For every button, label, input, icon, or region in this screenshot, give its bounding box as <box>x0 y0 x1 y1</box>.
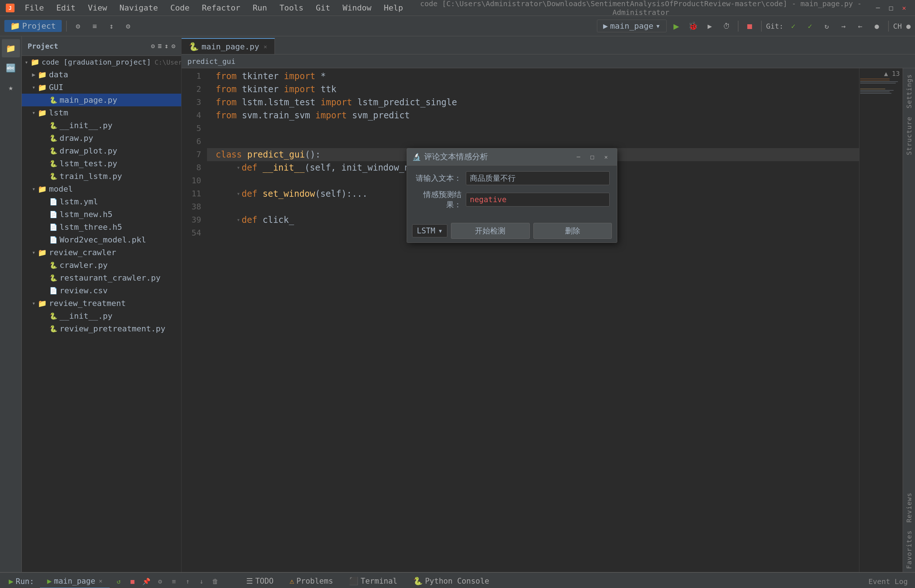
dialog-clear-btn[interactable]: 删除 <box>533 223 612 239</box>
run-btn-pin[interactable]: 📌 <box>140 575 152 588</box>
menu-window[interactable]: Window <box>337 2 377 14</box>
coverage-button[interactable]: ▶ <box>703 19 717 33</box>
right-label-structure[interactable]: Structure <box>904 114 914 158</box>
collapse-8[interactable]: ▾ <box>237 161 240 174</box>
model-dropdown-icon[interactable]: ▾ <box>438 226 443 235</box>
activity-favorites[interactable]: ★ <box>2 78 20 97</box>
git-pull[interactable]: ← <box>853 19 867 33</box>
tree-lstm-three-h5[interactable]: 📄 lstm_three.h5 <box>22 221 181 233</box>
dialog-input-field[interactable] <box>466 171 609 185</box>
bottom-tab-python[interactable]: 🐍 Python Console <box>406 575 496 588</box>
bottom-tab-terminal[interactable]: ⬛ Terminal <box>342 575 404 588</box>
run-btn-restart[interactable]: ↺ <box>113 575 125 588</box>
bottom-tab-problems[interactable]: ⚠ Problems <box>283 575 341 588</box>
panel-collapse-icon[interactable]: ≡ <box>158 42 162 50</box>
run-config-tab[interactable]: ▶ main_page ▾ <box>597 19 667 32</box>
git-check-2[interactable]: ✓ <box>803 19 817 33</box>
toolbar-btn-1[interactable]: ⚙ <box>71 19 85 33</box>
bottom-tab-run[interactable]: ▶ main_page ✕ <box>40 575 110 588</box>
panel-settings-icon[interactable]: ⚙ <box>171 42 175 50</box>
maximize-button[interactable]: □ <box>886 3 896 13</box>
tree-lstm-folder[interactable]: ▾ 📁 lstm <box>22 107 181 119</box>
tree-gui-folder[interactable]: ▾ 📁 GUI <box>22 81 181 94</box>
toolbar-btn-2[interactable]: ≡ <box>88 19 102 33</box>
tree-init2-py[interactable]: 🐍 __init__.py <box>22 310 181 322</box>
menu-help[interactable]: Help <box>378 2 409 14</box>
tree-init-py[interactable]: 🐍 __init__.py <box>22 119 181 132</box>
menu-edit[interactable]: Edit <box>50 2 81 14</box>
menu-refactor[interactable]: Refactor <box>196 2 246 14</box>
tab-main-page[interactable]: 🐍 main_page.py ✕ <box>181 38 275 54</box>
menu-view[interactable]: View <box>82 2 113 14</box>
tree-draw-py[interactable]: 🐍 draw.py <box>22 132 181 144</box>
dialog-win-btns[interactable]: ─ □ ✕ <box>572 152 612 162</box>
tree-word2vec-pkl[interactable]: 📄 Word2vec_model.pkl <box>22 233 181 246</box>
right-label-settings[interactable]: Settings <box>904 71 914 111</box>
git-refresh[interactable]: ↻ <box>820 19 834 33</box>
tree-train-lstm[interactable]: 🐍 train_lstm.py <box>22 170 181 183</box>
menu-tools[interactable]: Tools <box>274 2 309 14</box>
menu-git[interactable]: Git <box>310 2 336 14</box>
right-label-reviews[interactable]: Reviews <box>904 489 914 525</box>
tree-lstm-new-h5[interactable]: 📄 lstm_new.h5 <box>22 208 181 221</box>
tree-review-treatment-folder[interactable]: ▾ 📁 review_treatment <box>22 297 181 310</box>
eventlog-label[interactable]: Event Log <box>866 576 911 587</box>
tree-review-crawler-folder[interactable]: ▾ 📁 review_crawler <box>22 246 181 259</box>
tree-lstm-test[interactable]: 🐍 lstm_test.py <box>22 157 181 170</box>
run-btn-down[interactable]: ↓ <box>196 575 208 588</box>
git-check-1[interactable]: ✓ <box>786 19 800 33</box>
dialog-model-select[interactable]: LSTM ▾ <box>412 224 447 237</box>
run-btn-stop[interactable]: ■ <box>126 575 139 588</box>
menu-file[interactable]: File <box>19 2 50 14</box>
minimize-button[interactable]: ─ <box>873 3 883 13</box>
run-btn-up[interactable]: ↑ <box>181 575 194 588</box>
dialog-start-btn[interactable]: 开始检测 <box>451 223 529 239</box>
minimap-lines <box>860 78 902 94</box>
menu-navigate[interactable]: Navigate <box>114 2 164 14</box>
close-button[interactable]: ✕ <box>899 3 909 13</box>
menu-bar[interactable]: File Edit View Navigate Code Refactor Ru… <box>19 2 409 14</box>
menu-code[interactable]: Code <box>165 2 196 14</box>
panel-gear-icon[interactable]: ⚙ <box>151 42 155 50</box>
git-history[interactable]: ● <box>870 19 884 33</box>
code-editor[interactable]: from tkinter import * from tkinter impor… <box>207 68 859 572</box>
activity-project[interactable]: 📁 <box>2 39 20 57</box>
tree-model-folder[interactable]: ▾ 📁 model <box>22 183 181 195</box>
git-push[interactable]: → <box>837 19 850 33</box>
run-button[interactable]: ▶ <box>669 19 683 33</box>
stop-button[interactable]: ■ <box>743 19 757 33</box>
run-btn-settings[interactable]: ⚙ <box>154 575 166 588</box>
panel-header-icons[interactable]: ⚙ ≡ ↕ ⚙ <box>151 42 175 50</box>
tree-main-page[interactable]: 🐍 main_page.py <box>22 94 181 107</box>
tree-review-csv[interactable]: 📄 review.csv <box>22 284 181 297</box>
panel-scroll-icon[interactable]: ↕ <box>165 42 168 50</box>
run-btn-filter[interactable]: ≡ <box>168 575 180 588</box>
debug-button[interactable]: 🐞 <box>686 19 700 33</box>
dialog-close-btn[interactable]: ✕ <box>600 152 612 162</box>
profile-button[interactable]: ⏱ <box>719 19 734 33</box>
run-controls[interactable]: ↺ ■ 📌 ⚙ ≡ ↑ ↓ 🗑 <box>113 575 221 588</box>
collapse-11[interactable]: ▾ <box>237 187 240 200</box>
bottom-tab-todo[interactable]: ☰ TODO <box>239 575 281 588</box>
dialog-maximize-btn[interactable]: □ <box>587 152 598 162</box>
dialog-minimize-btn[interactable]: ─ <box>572 152 584 162</box>
menu-run[interactable]: Run <box>247 2 273 14</box>
toolbar-btn-4[interactable]: ⚙ <box>121 19 135 33</box>
project-tab[interactable]: 📁 Project <box>4 20 62 32</box>
window-controls[interactable]: ─ □ ✕ <box>873 3 909 13</box>
collapse-39[interactable]: ▾ <box>237 213 240 226</box>
tab-close[interactable]: ✕ <box>264 43 267 50</box>
tree-restaurant-crawler[interactable]: 🐍 restaurant_crawler.py <box>22 271 181 284</box>
run-config-dropdown[interactable]: ▾ <box>655 21 660 31</box>
tree-review-pretreatment[interactable]: 🐍 review_pretreatment.py <box>22 322 181 335</box>
toolbar-btn-3[interactable]: ↕ <box>105 19 118 33</box>
right-label-favorites[interactable]: Favorites <box>904 527 914 572</box>
tree-lstm-yml[interactable]: 📄 lstm.yml <box>22 195 181 208</box>
tree-crawler-py[interactable]: 🐍 crawler.py <box>22 259 181 271</box>
run-tab-close[interactable]: ✕ <box>99 577 102 584</box>
tree-root[interactable]: ▾ 📁 code [graduation_project] C:\Users\A… <box>22 56 181 68</box>
tree-data-folder[interactable]: ▶ 📁 data <box>22 68 181 81</box>
tree-draw-plot[interactable]: 🐍 draw_plot.py <box>22 144 181 157</box>
run-btn-clear[interactable]: 🗑 <box>209 575 221 588</box>
activity-structure[interactable]: 🔤 <box>2 59 20 77</box>
